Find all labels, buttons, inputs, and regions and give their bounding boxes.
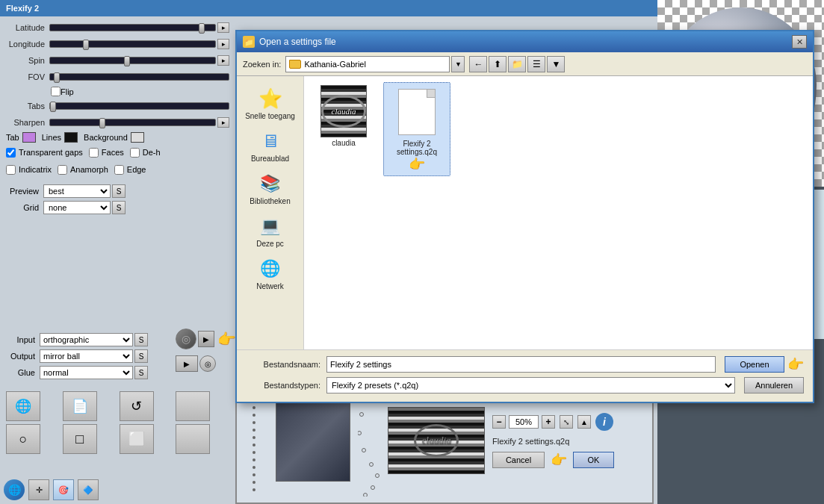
grid-btn-empty2[interactable] [176,424,210,454]
scroll-top-btn[interactable]: ▲ [577,415,591,429]
grid-label: Grid [6,203,43,212]
sharpen-thumb[interactable] [99,118,105,128]
transparent-gaps-row: Transparent gaps [6,146,83,159]
file-item-settings[interactable]: Flexify 2 settings.q2q 👉 [383,82,450,176]
bottom-cancel-btn[interactable]: Cancel [492,452,545,468]
lines-color-swatch[interactable] [64,132,78,143]
longitude-thumb[interactable] [83,40,89,50]
fov-slider[interactable] [49,73,229,81]
info-icon[interactable]: i [595,413,613,431]
grid-btn-cube[interactable]: ⬜ [120,424,154,454]
grid-btn-empty[interactable] [176,391,210,421]
filetype-select[interactable]: Flexify 2 presets (*.q2q) [326,377,735,393]
file-item-image[interactable]: claudia claudia [310,82,377,176]
preview-dropdown[interactable]: best [43,184,111,198]
sidebar-item-snelle-toegang[interactable]: ⭐ Snelle toegang [241,82,300,123]
play-area: ◎ ▶ 👉 ▶ ◎ [176,329,236,372]
sharpen-btn[interactable]: ▸ [217,117,229,128]
filename-input[interactable] [326,356,716,373]
flip-checkbox[interactable] [51,87,61,96]
spin-slider[interactable] [49,57,216,64]
dialog-close-btn[interactable]: ✕ [792,35,807,49]
bureaublad-label: Bureaublad [251,155,289,163]
zoom-plus-btn[interactable]: + [542,415,555,429]
transparent-gaps-checkbox[interactable] [6,148,16,158]
tabs-slider[interactable] [49,102,229,110]
output-label: Output [6,352,40,361]
spin-btn[interactable]: ▸ [217,55,229,66]
grid-btn-square[interactable]: □ [63,424,97,454]
background-color-swatch[interactable] [131,132,144,143]
grid-icon-btn[interactable]: S [112,201,126,214]
view-arrow-btn[interactable]: ▼ [547,56,565,72]
sidebar-item-deze-pc[interactable]: 💻 Deze pc [241,210,300,251]
grid-btn-copy[interactable]: 📄 [63,391,97,421]
longitude-row: Longitude ▸ [6,37,229,51]
play-btn-3[interactable]: ◎ [199,355,216,372]
target-btn[interactable]: 🎯 [53,479,74,500]
netwerk-label: Netwerk [256,282,284,290]
svg-point-0 [253,406,255,409]
latitude-thumb[interactable] [199,23,205,34]
location-box[interactable]: Kathania-Gabriel [285,56,450,72]
play-btn-group-2: ▶ ◎ [176,355,236,372]
zoom-minus-btn[interactable]: − [492,415,506,429]
longitude-slider[interactable] [49,40,216,48]
dialog-title-icon: 📁 [243,36,255,48]
grid-btn-sphere[interactable]: 🌐 [6,391,40,421]
grid-dropdown[interactable]: none [43,201,111,214]
location-dropdown-arrow[interactable]: ▼ [451,56,465,72]
sharpen-label: Sharpen [6,118,49,127]
tabs-thumb[interactable] [50,102,56,112]
folder-icon [289,60,301,69]
bottom-ok-btn[interactable]: OK [573,452,614,468]
sidebar-item-netwerk[interactable]: 🌐 Netwerk [241,252,300,293]
edge-row: Edge [114,163,146,176]
back-btn[interactable]: ← [469,56,487,72]
globe-btn[interactable]: 🌐 [4,479,25,500]
output-dropdown[interactable]: mirror ball [40,349,133,363]
sidebar-item-bureaublad[interactable]: 🖥 Bureaublad [241,125,300,166]
tab-color-swatch[interactable] [22,132,36,143]
sharpen-row: Sharpen ▸ [6,116,229,129]
spin-thumb[interactable] [124,56,130,66]
input-icon-btn[interactable]: S [134,333,148,346]
view-btn[interactable]: ☰ [527,56,545,72]
de-h-checkbox[interactable] [130,148,140,158]
canvas-preview [276,399,350,482]
edge-checkbox[interactable] [114,165,124,175]
anamorph-row: Anamorph [58,163,108,176]
anamorph-checkbox[interactable] [58,165,67,175]
output-icon-btn[interactable]: S [134,349,148,363]
arc-svg [358,392,380,497]
svg-point-5 [253,444,255,447]
cancel-btn[interactable]: Annuleren [744,377,804,393]
expand-btn[interactable]: ⤡ [560,415,573,429]
indicatrix-checkbox[interactable] [6,165,16,175]
glue-icon-btn[interactable]: S [134,366,148,379]
preview-icon-btn[interactable]: S [112,184,126,198]
faces-checkbox[interactable] [89,148,99,158]
longitude-btn[interactable]: ▸ [217,39,229,49]
hand-pointer-icon: 👉 [217,330,236,348]
crosshair-btn[interactable]: ✛ [28,479,49,500]
play-btn-2[interactable]: ▶ [176,355,198,372]
grid-btn-rotate[interactable]: ↺ [120,391,154,421]
play-btn-1[interactable]: ▶ [198,331,214,347]
dialog-titlebar: 📁 Open a settings file ✕ [237,31,813,52]
fov-thumb[interactable] [54,72,60,83]
svg-point-6 [253,451,255,454]
zoom-value: 50% [509,415,539,429]
input-dropdown[interactable]: orthographic [40,333,133,346]
latitude-btn[interactable]: ▸ [217,22,229,33]
grid-btn-circle[interactable]: ○ [6,424,40,454]
render-circle-btn[interactable]: ◎ [176,329,196,349]
glue-dropdown[interactable]: normal [40,366,133,379]
up-btn[interactable]: ⬆ [489,56,507,72]
3d-btn[interactable]: 🔷 [78,479,99,500]
sidebar-item-bibliotheken[interactable]: 📚 Bibliotheken [241,167,300,208]
new-folder-btn[interactable]: 📁 [508,56,526,72]
sharpen-slider[interactable] [49,119,216,126]
open-btn[interactable]: Openen [725,356,784,373]
latitude-slider[interactable] [49,24,216,31]
